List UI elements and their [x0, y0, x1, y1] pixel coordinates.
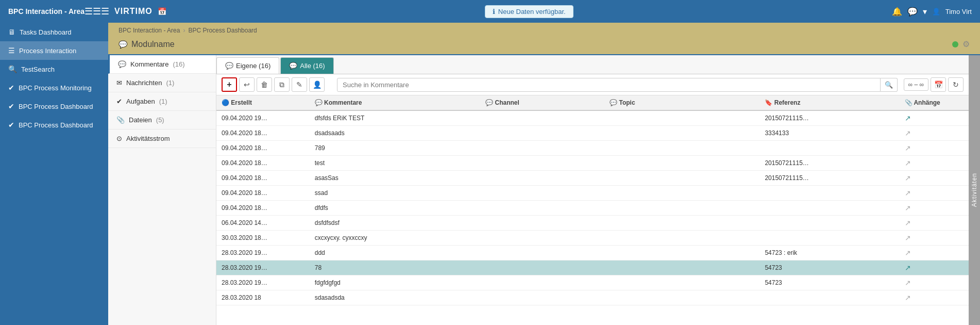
right-panel[interactable]: Aktivitäten [969, 55, 980, 325]
cell-topic [604, 156, 759, 171]
copy-button[interactable]: ⧉ [274, 77, 290, 92]
col-header-anhaenge[interactable]: 📎 Anhänge [900, 95, 969, 110]
top-bar-center: ℹ Neue Daten verfügbar. [166, 5, 892, 18]
module-title: Modulname [131, 40, 175, 49]
table-row[interactable]: 06.04.2020 14…dsfdfsdsf↗ [216, 216, 969, 231]
cell-kommentare: ssad [310, 186, 480, 201]
table-row[interactable]: 28.03.2020 19…ddd54723 : erik↗ [216, 246, 969, 261]
left-tab-kommentare[interactable]: 💬 Kommentare (16) [108, 55, 216, 74]
sidebar-label-bpc-process-dashboard-2: BPC Process Dashboard [19, 121, 93, 129]
cell-topic [604, 246, 759, 261]
col-header-kommentare[interactable]: 💬 Kommentare [310, 95, 480, 110]
search-input[interactable] [337, 78, 881, 92]
delete-button[interactable]: 🗑 [257, 77, 272, 92]
bell-icon-button[interactable]: 🔔 [892, 7, 902, 17]
breadcrumb-item-1[interactable]: BPC Interaction - Area [119, 27, 180, 34]
table-row[interactable]: 28.03.2020 18sdasadsda↗ [216, 290, 969, 305]
undo-button[interactable]: ↩ [239, 77, 255, 92]
cell-channel [480, 126, 604, 141]
left-tab-aktivitaetsstrom[interactable]: ⊙ Aktivitätsstrom [108, 129, 216, 148]
kommentare-count: (16) [173, 60, 184, 68]
tab-eigene[interactable]: 💬 Eigene (16) [216, 57, 279, 74]
sidebar-item-tasks-dashboard[interactable]: 🖥 Tasks Dashboard [0, 23, 108, 41]
calendar-filter-button[interactable]: 📅 [931, 77, 946, 92]
table-row[interactable]: 09.04.2020 18…asasSas20150721115…↗ [216, 171, 969, 186]
table-row[interactable]: 09.04.2020 18…dfdfs↗ [216, 201, 969, 216]
app-title: BPC Interaction - Area [8, 7, 85, 15]
table-row[interactable]: 09.04.2020 18…test20150721115…↗ [216, 156, 969, 171]
table-row[interactable]: 28.03.2020 19…fdgfdgfgd54723↗ [216, 275, 969, 290]
cell-anhaenge: ↗ [900, 216, 969, 231]
cell-anhaenge[interactable]: ↗ [900, 110, 969, 126]
virtimo-logo-text: VIRTIMO [114, 7, 153, 16]
settings-button[interactable]: ⚙ [962, 39, 970, 49]
cell-referenz [759, 216, 899, 231]
edit-button[interactable]: ✎ [292, 77, 307, 92]
cell-topic [604, 261, 759, 275]
chat-icon-button[interactable]: 💬 [907, 7, 918, 17]
cell-anhaenge[interactable]: ↗ [900, 261, 969, 275]
cell-erstellt: 09.04.2020 18… [216, 186, 310, 201]
sidebar-item-test-search[interactable]: 🔍 TestSearch [0, 60, 108, 78]
sidebar-item-process-interaction[interactable]: ☰ Process Interaction [0, 41, 108, 60]
col-header-topic[interactable]: 💬 Topic [604, 95, 759, 110]
cell-kommentare: asasSas [310, 171, 480, 186]
test-search-icon: 🔍 [8, 65, 17, 73]
col-header-erstellt[interactable]: 🔵 Erstellt [216, 95, 310, 110]
external-link-icon[interactable]: ↗ [905, 114, 911, 122]
dateien-label: Dateien [129, 116, 152, 124]
external-link-icon[interactable]: ↗ [905, 264, 911, 272]
sidebar-item-bpc-process-monitoring[interactable]: ✔ BPC Process Monitoring [0, 78, 108, 97]
add-button[interactable]: + [222, 77, 237, 92]
cell-referenz [759, 201, 899, 216]
table-row[interactable]: 09.04.2020 18…ssad↗ [216, 186, 969, 201]
left-tabs: 💬 Kommentare (16) ✉ Nachrichten (1) ✔ Au… [108, 55, 216, 325]
breadcrumb-item-2[interactable]: BPC Process Dashboard [188, 27, 257, 34]
cell-referenz: 54723 [759, 275, 899, 290]
referenz-col-icon: 🔖 [765, 99, 772, 106]
tab-alle[interactable]: 💬 Alle (16) [280, 57, 333, 74]
bpc-dashboard1-icon: ✔ [8, 102, 14, 110]
assign-button[interactable]: 👤 [309, 77, 325, 92]
left-tab-dateien[interactable]: 📎 Dateien (5) [108, 111, 216, 129]
bpc-monitoring-icon: ✔ [8, 84, 14, 92]
cell-kommentare: dfdfs [310, 201, 480, 216]
aktivitaetsstrom-label: Aktivitätsstrom [126, 135, 170, 142]
external-link-icon-disabled: ↗ [905, 234, 911, 242]
cell-anhaenge: ↗ [900, 126, 969, 141]
breadcrumb: BPC Interaction - Area › BPC Process Das… [119, 27, 970, 34]
dropdown-arrow-icon[interactable]: ▾ [923, 7, 927, 17]
sidebar-item-bpc-process-dashboard-2[interactable]: ✔ BPC Process Dashboard [0, 116, 108, 134]
refresh-button[interactable]: ↻ [948, 77, 964, 92]
cell-erstellt: 28.03.2020 18 [216, 290, 310, 305]
table-row[interactable]: 09.04.2020 18…789↗ [216, 141, 969, 156]
calendar-icon[interactable]: 📅 [158, 7, 166, 15]
sidebar-item-bpc-process-dashboard-1[interactable]: ✔ BPC Process Dashboard [0, 97, 108, 116]
cell-referenz [759, 231, 899, 246]
left-tab-aufgaben[interactable]: ✔ Aufgaben (1) [108, 92, 216, 111]
table-row[interactable]: 09.04.2020 18…dsadsaads3334133↗ [216, 126, 969, 141]
cell-anhaenge: ↗ [900, 141, 969, 156]
cell-erstellt: 28.03.2020 19… [216, 275, 310, 290]
cell-anhaenge: ↗ [900, 156, 969, 171]
cell-erstellt: 28.03.2020 19… [216, 246, 310, 261]
cell-kommentare: dsadsaads [310, 126, 480, 141]
cell-channel [480, 261, 604, 275]
cell-channel [480, 141, 604, 156]
col-header-channel[interactable]: 💬 Channel [480, 95, 604, 110]
sidebar: 🖥 Tasks Dashboard ☰ Process Interaction … [0, 23, 108, 325]
aufgaben-icon: ✔ [116, 98, 122, 105]
table-row[interactable]: 09.04.2020 19…dfsfds ERiK TEST2015072111… [216, 110, 969, 126]
search-area: 🔍 [337, 78, 898, 92]
nachrichten-count: (1) [166, 79, 174, 87]
cell-erstellt: 09.04.2020 18… [216, 126, 310, 141]
external-link-icon-disabled: ↗ [905, 279, 911, 287]
tabs-container: 💬 Kommentare (16) ✉ Nachrichten (1) ✔ Au… [108, 54, 980, 325]
sidebar-label-bpc-process-monitoring: BPC Process Monitoring [19, 84, 92, 92]
left-tab-nachrichten[interactable]: ✉ Nachrichten (1) [108, 74, 216, 92]
table-row[interactable]: 30.03.2020 18…cxcxycxy. cyxxccxy↗ [216, 231, 969, 246]
cell-referenz: 20150721115… [759, 171, 899, 186]
table-row[interactable]: 28.03.2020 19…7854723↗ [216, 261, 969, 275]
aufgaben-label: Aufgaben [126, 98, 155, 105]
col-header-referenz[interactable]: 🔖 Referenz [759, 95, 899, 110]
